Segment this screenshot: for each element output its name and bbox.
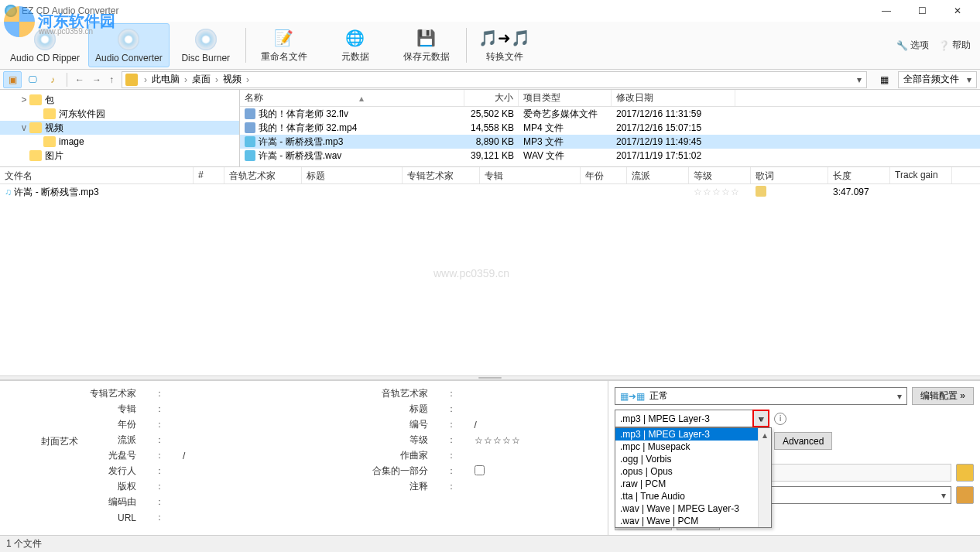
edit-template-button[interactable]: [956, 486, 974, 504]
close-button[interactable]: ✕: [940, 0, 975, 22]
rename-files-button[interactable]: 📝 重命名文件: [249, 23, 319, 67]
lbl-disc: 光盘号: [12, 449, 136, 462]
tree-item[interactable]: 河东软件园: [0, 107, 239, 121]
output-mode-dropdown[interactable]: ▦➜▦ 正常: [615, 387, 907, 405]
breadcrumb-item[interactable]: 此电脑: [150, 73, 181, 86]
qcol-title[interactable]: 标题: [302, 167, 403, 183]
view-mode-button[interactable]: ▦: [872, 71, 896, 88]
breadcrumb-item[interactable]: 桌面: [190, 73, 212, 86]
status-bar: 1 个文件: [0, 535, 980, 552]
format-option[interactable]: .tta | True Audio: [615, 490, 771, 502]
file-browser: >包河东软件园v视频image图片 名称▴ 大小 项目类型 修改日期 我的！体育…: [0, 90, 980, 167]
view-music-button[interactable]: ♪: [43, 71, 62, 88]
minimize-button[interactable]: —: [869, 0, 904, 22]
qcol-filename[interactable]: 文件名: [0, 167, 194, 183]
dropdown-scrollbar[interactable]: ▴: [758, 428, 771, 527]
main-toolbar: Audio CD Ripper Audio Converter Disc Bur…: [0, 22, 980, 70]
qcol-album-artist[interactable]: 专辑艺术家: [403, 167, 480, 183]
maximize-button[interactable]: ☐: [904, 0, 940, 22]
breadcrumb-bar[interactable]: › 此电脑 › 桌面 › 视频 › ▾: [122, 71, 867, 88]
queue-row[interactable]: ♫ 许嵩 - 断桥残雪.mp3 ☆☆☆☆☆ 3:47.097: [0, 184, 980, 200]
file-list-header: 名称▴ 大小 项目类型 修改日期: [240, 90, 980, 107]
file-row[interactable]: 我的！体育老师 32.flv 25,502 KB 爱奇艺多媒体文件 2017/1…: [240, 107, 980, 121]
save-metadata-button[interactable]: 💾 保存元数据: [392, 23, 461, 67]
edit-config-button[interactable]: 编辑配置 »: [912, 387, 974, 405]
disc-burner-button[interactable]: Disc Burner: [171, 23, 241, 67]
folder-tree[interactable]: >包河东软件园v视频image图片: [0, 90, 240, 166]
status-file-count: 1 个文件: [6, 537, 42, 550]
lyrics-icon[interactable]: [756, 186, 766, 197]
advanced-button[interactable]: Advanced: [774, 432, 832, 450]
file-row[interactable]: 我的！体育老师 32.mp4 14,558 KB MP4 文件 2017/12/…: [240, 121, 980, 135]
qcol-lyrics[interactable]: 歌词: [751, 167, 828, 183]
lbl-url: URL: [12, 513, 136, 523]
audio-converter-button[interactable]: Audio Converter: [88, 23, 170, 67]
format-option[interactable]: .mp3 | MPEG Layer-3: [615, 428, 771, 441]
breadcrumb-dropdown-icon[interactable]: ▾: [855, 74, 863, 85]
format-dropdown-list[interactable]: ▴ .mp3 | MPEG Layer-3.mpc | Musepack.ogg…: [615, 427, 772, 528]
col-size[interactable]: 大小: [464, 90, 519, 106]
rating-stars-meta[interactable]: ☆☆☆☆☆: [475, 435, 596, 446]
metadata-button[interactable]: 🌐 元数据: [320, 23, 390, 67]
lbl-comment: 注释: [304, 480, 428, 493]
rating-stars[interactable]: ☆☆☆☆☆: [689, 187, 751, 197]
expander-icon[interactable]: v: [19, 122, 29, 133]
convert-mode-icon: ▦➜▦: [620, 391, 645, 402]
qcol-trackgain[interactable]: Track gain: [890, 167, 952, 183]
qcol-artist[interactable]: 音轨艺术家: [224, 167, 302, 183]
tree-item[interactable]: 图片: [0, 149, 239, 163]
scroll-up-icon[interactable]: ▴: [759, 428, 771, 441]
convert-files-button[interactable]: 🎵➜🎵 转换文件: [470, 23, 540, 67]
tree-item[interactable]: >包: [0, 93, 239, 107]
format-option[interactable]: .mpc | Musepack: [615, 441, 771, 453]
qcol-genre[interactable]: 流派: [627, 167, 689, 183]
format-option[interactable]: .wav | Wave | PCM: [615, 515, 771, 527]
breadcrumb-item[interactable]: 视频: [221, 73, 243, 86]
nav-back-button[interactable]: ←: [72, 74, 87, 85]
col-type[interactable]: 项目类型: [519, 90, 612, 106]
tree-item[interactable]: v视频: [0, 121, 239, 135]
tree-label: image: [59, 136, 84, 147]
video-file-icon: [245, 108, 255, 119]
browse-folder-button[interactable]: [956, 464, 974, 482]
wrench-icon: 🔧: [896, 40, 908, 51]
col-name[interactable]: 名称▴: [240, 90, 464, 106]
format-option[interactable]: .opus | Opus: [615, 465, 771, 478]
view-browser-button[interactable]: ▣: [3, 71, 22, 88]
tree-label: 包: [45, 94, 54, 107]
folder-icon: [43, 108, 56, 119]
file-filter-dropdown[interactable]: 全部音频文件: [898, 71, 977, 88]
chevron-down-icon[interactable]: ▾: [752, 410, 769, 427]
qcol-rating[interactable]: 等级: [689, 167, 751, 183]
view-computer-button[interactable]: 🖵: [23, 71, 42, 88]
file-row[interactable]: 许嵩 - 断桥残雪.wav 39,121 KB WAV 文件 2017/11/1…: [240, 149, 980, 163]
file-list[interactable]: 名称▴ 大小 项目类型 修改日期 我的！体育老师 32.flv 25,502 K…: [240, 90, 980, 166]
help-link[interactable]: ❔帮助: [938, 39, 971, 52]
burn-icon: [194, 27, 218, 51]
audio-cd-ripper-button[interactable]: Audio CD Ripper: [3, 23, 87, 67]
tree-item[interactable]: image: [0, 135, 239, 149]
queue-header: 文件名 # 音轨艺术家 标题 专辑艺术家 专辑 年份 流派 等级 歌词 长度 T…: [0, 167, 980, 184]
compilation-checkbox[interactable]: [475, 465, 485, 475]
nav-up-button[interactable]: ↑: [106, 74, 117, 85]
col-date[interactable]: 修改日期: [612, 90, 735, 106]
cover-art-area[interactable]: 封面艺术: [9, 435, 110, 448]
qcol-length[interactable]: 长度: [828, 167, 890, 183]
output-format-dropdown[interactable]: .mp3 | MPEG Layer-3 ▾: [615, 410, 769, 427]
qcol-num[interactable]: #: [194, 167, 224, 183]
format-option[interactable]: .wav | Wave | MPEG Layer-3: [615, 502, 771, 515]
metadata-icon: 🌐: [343, 27, 368, 49]
qcol-year[interactable]: 年份: [581, 167, 627, 183]
format-option[interactable]: .raw | PCM: [615, 478, 771, 490]
qcol-album[interactable]: 专辑: [480, 167, 581, 183]
file-row[interactable]: 许嵩 - 断桥残雪.mp3 8,890 KB MP3 文件 2017/12/19…: [240, 135, 980, 149]
lbl-trackno: 编号: [304, 418, 428, 431]
info-icon[interactable]: i: [774, 413, 786, 425]
nav-forward-button[interactable]: →: [89, 74, 105, 85]
conversion-queue[interactable]: ♫ 许嵩 - 断桥残雪.mp3 ☆☆☆☆☆ 3:47.097 www.pc035…: [0, 184, 980, 375]
lbl-compilation: 合集的一部分: [304, 465, 428, 478]
format-option[interactable]: .ogg | Vorbis: [615, 453, 771, 465]
options-link[interactable]: 🔧选项: [896, 39, 929, 52]
expander-icon[interactable]: >: [19, 94, 29, 105]
tree-label: 视频: [45, 122, 63, 135]
